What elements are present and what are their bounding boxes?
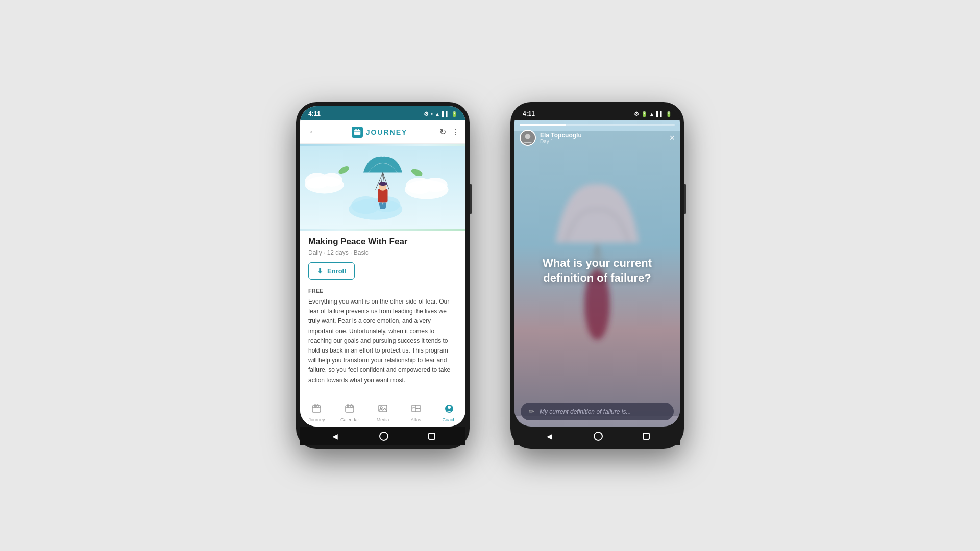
battery-full-icon: 🔋 <box>666 111 672 117</box>
svg-rect-26 <box>312 406 321 412</box>
top-nav: ← JOURNEY ↻ ⋮ <box>300 120 465 144</box>
recents-nav-button-2[interactable] <box>643 433 650 440</box>
story-progress-fill <box>520 124 566 126</box>
tab-media[interactable]: Media <box>366 404 400 422</box>
recents-nav-button[interactable] <box>428 433 435 440</box>
story-top-bar: Ela Topcuoglu Day 1 × <box>514 120 680 149</box>
signal-icon: ▌▌ <box>442 111 449 117</box>
gear-icon-2: ⚙ <box>634 111 639 117</box>
enroll-label: Enroll <box>327 267 346 275</box>
status-bar-1: 4:11 ⚙ • ▲ ▌▌ 🔋 <box>300 106 465 120</box>
battery-icon-2: 🔋 <box>641 111 647 117</box>
phone-2-screen: 4:11 ⚙ 🔋 ▲ ▌▌ 🔋 <box>514 106 680 427</box>
story-user-text: Ela Topcuoglu Day 1 <box>540 132 582 144</box>
journey-tab-label: Journey <box>308 417 325 422</box>
back-button[interactable]: ← <box>306 124 320 139</box>
story-day-label: Day 1 <box>540 139 582 144</box>
story-question: What is your current definition of failu… <box>523 256 672 285</box>
content-scroll[interactable]: Making Peace With Fear Daily · 12 days ·… <box>300 231 465 400</box>
svg-rect-34 <box>379 405 387 412</box>
atlas-tab-label: Atlas <box>411 417 421 422</box>
tab-bar: Journey Calendar Media Atlas <box>300 400 465 427</box>
gear-icon: ⚙ <box>424 111 429 117</box>
story-progress-bar <box>520 124 675 126</box>
hero-image <box>300 144 465 231</box>
signal-icon-2: ▌▌ <box>656 111 664 117</box>
story-input-area[interactable]: ✏ My current definition of failure is... <box>521 403 674 420</box>
journey-logo-icon <box>352 127 363 138</box>
wifi-icon-2: ▲ <box>649 111 654 117</box>
back-nav-button-2[interactable]: ◀ <box>545 432 554 441</box>
status-time-1: 4:11 <box>308 110 321 117</box>
dot-icon: • <box>431 111 433 117</box>
home-nav-button[interactable] <box>379 432 388 441</box>
phone-2: 4:11 ⚙ 🔋 ▲ ▌▌ 🔋 <box>510 102 684 449</box>
media-tab-label: Media <box>377 417 389 422</box>
svg-rect-20 <box>378 189 387 203</box>
phone-nav-bar-1: ◀ <box>300 427 465 445</box>
tab-coach[interactable]: Coach <box>432 404 465 422</box>
phone-1: 4:11 ⚙ • ▲ ▌▌ 🔋 ← <box>296 102 470 449</box>
description-text: Everything you want is on the other side… <box>308 297 457 385</box>
svg-rect-0 <box>354 130 360 135</box>
calendar-tab-label: Calendar <box>340 417 359 422</box>
svg-rect-1 <box>355 129 357 131</box>
app-title: JOURNEY <box>366 128 408 136</box>
story-user-row: Ela Topcuoglu Day 1 × <box>520 130 675 146</box>
free-label: FREE <box>308 288 457 294</box>
enroll-button[interactable]: ⬇ Enroll <box>308 262 355 280</box>
battery-icon: 🔋 <box>451 111 457 117</box>
tab-calendar[interactable]: Calendar <box>333 404 366 422</box>
back-nav-button[interactable]: ◀ <box>330 432 339 441</box>
coach-tab-icon <box>444 404 454 416</box>
pencil-icon: ✏ <box>529 408 534 415</box>
coach-tab-label: Coach <box>443 417 456 422</box>
status-bar-2: 4:11 ⚙ 🔋 ▲ ▌▌ 🔋 <box>514 106 680 120</box>
svg-point-10 <box>423 178 448 192</box>
svg-point-39 <box>448 406 451 409</box>
status-time-2: 4:11 <box>523 110 535 117</box>
story-input-placeholder: My current definition of failure is... <box>540 408 631 415</box>
program-meta: Daily · 12 days · Basic <box>308 249 457 256</box>
download-icon: ⬇ <box>317 267 323 275</box>
story-area[interactable]: Ela Topcuoglu Day 1 × What is your curre… <box>514 120 680 427</box>
phone-1-screen: 4:11 ⚙ • ▲ ▌▌ 🔋 ← <box>300 106 465 427</box>
wifi-icon: ▲ <box>435 111 440 117</box>
svg-point-47 <box>525 134 531 139</box>
refresh-button[interactable]: ↻ <box>439 127 446 137</box>
story-close-button[interactable]: × <box>669 133 675 143</box>
status-icons-1: ⚙ • ▲ ▌▌ 🔋 <box>424 111 457 117</box>
phone-nav-bar-2: ◀ <box>514 427 680 445</box>
status-icons-2: ⚙ 🔋 ▲ ▌▌ 🔋 <box>634 111 672 117</box>
home-nav-button-2[interactable] <box>594 432 603 441</box>
story-user-info: Ela Topcuoglu Day 1 <box>520 130 582 146</box>
svg-rect-23 <box>380 182 385 185</box>
journey-tab-icon <box>311 404 322 416</box>
nav-title-area: JOURNEY <box>320 127 439 138</box>
story-avatar <box>520 130 536 146</box>
nav-actions: ↻ ⋮ <box>439 127 459 137</box>
svg-point-7 <box>321 173 342 187</box>
atlas-tab-icon <box>411 404 421 416</box>
more-button[interactable]: ⋮ <box>451 127 459 137</box>
tab-journey[interactable]: Journey <box>300 404 333 422</box>
program-title: Making Peace With Fear <box>308 237 457 247</box>
calendar-tab-icon <box>345 404 355 416</box>
media-tab-icon <box>378 404 388 416</box>
tab-atlas[interactable]: Atlas <box>399 404 432 422</box>
story-user-name: Ela Topcuoglu <box>540 132 582 139</box>
svg-rect-2 <box>358 129 359 131</box>
